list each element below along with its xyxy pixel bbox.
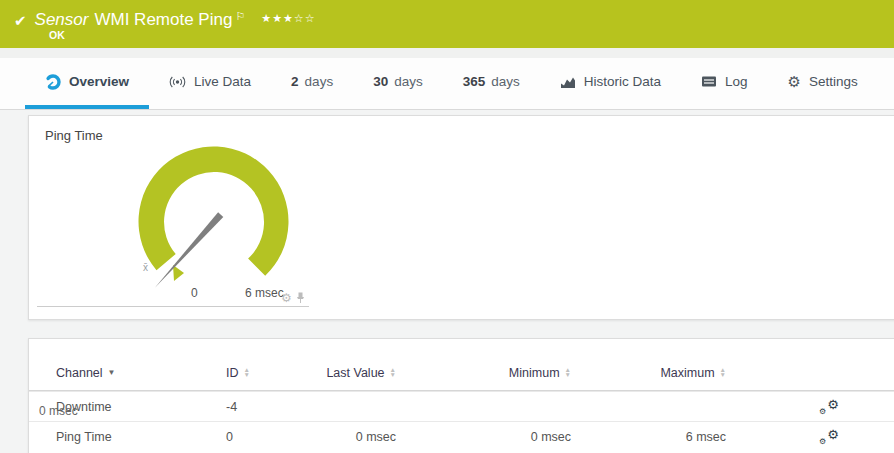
column-header-last-value[interactable]: Last Value	[306, 366, 396, 380]
tab-settings-label: Settings	[809, 74, 858, 89]
status-badge: OK	[49, 29, 65, 41]
gear-large: ⚙	[827, 398, 839, 411]
tab-365-days-unit: days	[491, 74, 520, 89]
cell-id: -4	[226, 400, 306, 414]
column-header-last-value-label: Last Value	[326, 366, 384, 380]
priority-stars[interactable]: ★★★☆☆	[261, 12, 315, 25]
column-header-id-label: ID	[226, 366, 239, 380]
sensor-title: WMI Remote Ping	[94, 10, 232, 30]
tab-365-days-number: 365	[463, 74, 486, 89]
header-gap	[0, 48, 894, 58]
status-ok-check-icon: ✔	[14, 12, 27, 30]
tab-log-label: Log	[725, 74, 748, 89]
sensor-header: ✔ Sensor WMI Remote Ping ⚐ ★★★☆☆ OK	[0, 0, 894, 48]
tab-overview-label: Overview	[69, 74, 129, 89]
gauge-scale-max: 6 msec	[245, 286, 284, 300]
log-list-icon	[701, 75, 717, 88]
pin-icon[interactable]	[296, 292, 305, 304]
tab-2-days-unit: days	[305, 74, 334, 89]
channel-settings-gears-icon[interactable]: ⚙ ⚙	[819, 428, 839, 446]
tab-2-days[interactable]: 2 days	[271, 58, 353, 109]
cell-last-value: 0 msec	[306, 430, 396, 444]
tab-2-days-number: 2	[291, 74, 299, 89]
gear-small: ⚙	[819, 408, 826, 416]
gauge-panel-title: Ping Time	[45, 128, 103, 143]
tab-historic-data-label: Historic Data	[584, 74, 661, 89]
channel-table-header: Channel ▼ ID Last Value Minimum Maximum	[29, 355, 894, 391]
tab-bar: Overview Live Data 2 days 30 days 365 da…	[0, 58, 894, 110]
tab-30-days-unit: days	[394, 74, 423, 89]
table-row-ping-time: Ping Time 0 0 msec 0 msec 6 msec ⚙ ⚙	[29, 421, 894, 451]
sort-descending-icon: ▼	[108, 368, 116, 377]
gauge-settings-gear-icon[interactable]: ⚙	[281, 292, 292, 304]
column-header-maximum[interactable]: Maximum	[571, 366, 726, 380]
cell-maximum: 6 msec	[571, 430, 726, 444]
tab-live-data[interactable]: Live Data	[149, 58, 271, 109]
sort-icon	[720, 368, 726, 377]
tab-log[interactable]: Log	[681, 58, 768, 109]
tab-live-data-label: Live Data	[194, 74, 251, 89]
area-chart-icon	[560, 75, 576, 89]
column-header-minimum-label: Minimum	[509, 366, 560, 380]
table-row-downtime: Downtime -4 ⚙ ⚙	[29, 391, 894, 421]
tab-overview[interactable]: Overview	[25, 58, 149, 109]
tab-historic-data[interactable]: Historic Data	[540, 58, 681, 109]
column-header-id[interactable]: ID	[226, 366, 306, 380]
tab-settings[interactable]: ⚙ Settings	[768, 58, 878, 109]
cell-minimum: 0 msec	[396, 430, 571, 444]
gauge-average-marker: x̄	[143, 262, 148, 273]
gear-small: ⚙	[819, 438, 826, 446]
gauge-icon	[45, 74, 61, 90]
sensor-type-label: Sensor	[35, 10, 89, 30]
channel-settings-gears-icon[interactable]: ⚙ ⚙	[819, 398, 839, 416]
gear-icon: ⚙	[788, 74, 801, 89]
column-header-channel-label: Channel	[56, 366, 103, 380]
tab-365-days[interactable]: 365 days	[443, 58, 540, 109]
tab-30-days[interactable]: 30 days	[353, 58, 443, 109]
cell-id: 0	[226, 430, 306, 444]
channel-table-panel: Channel ▼ ID Last Value Minimum Maximum	[28, 338, 894, 453]
gauge-current-value: 0 msec	[39, 404, 78, 418]
cell-channel: Ping Time	[56, 430, 226, 444]
gear-large: ⚙	[827, 428, 839, 441]
column-header-maximum-label: Maximum	[660, 366, 714, 380]
tab-30-days-number: 30	[373, 74, 388, 89]
gauge-scale-min: 0	[191, 286, 198, 300]
gauge-baseline	[37, 306, 309, 307]
broadcast-icon	[169, 75, 186, 89]
column-header-minimum[interactable]: Minimum	[396, 366, 571, 380]
ping-time-gauge	[129, 134, 359, 299]
ping-time-gauge-panel: Ping Time x̄ 0 msec 0 6 msec ⚙	[28, 115, 894, 320]
flag-icon[interactable]: ⚐	[235, 10, 245, 23]
column-header-channel[interactable]: Channel ▼	[56, 366, 226, 380]
sort-icon	[244, 368, 250, 377]
cell-channel: Downtime	[56, 400, 226, 414]
